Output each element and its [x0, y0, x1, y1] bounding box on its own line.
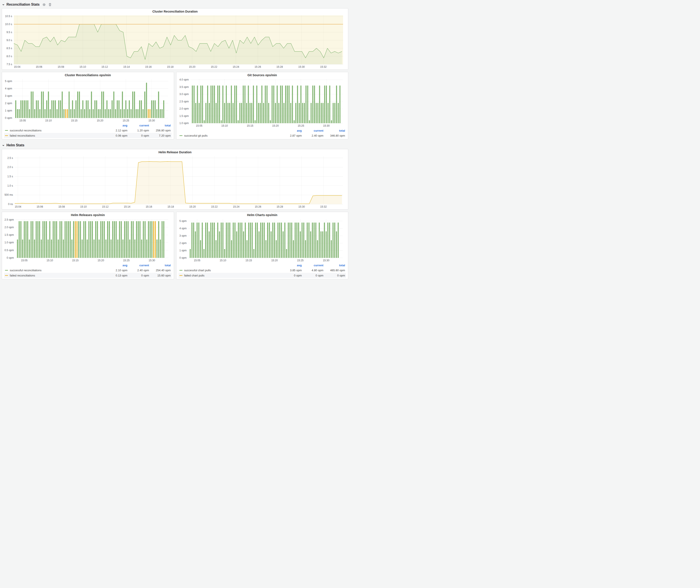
svg-text:1.0 opm: 1.0 opm	[179, 122, 189, 125]
trash-icon[interactable]	[48, 3, 52, 6]
svg-text:3.5 opm: 3.5 opm	[179, 86, 189, 89]
legend-sort-header[interactable]: current	[302, 264, 323, 267]
helm-releases-chart[interactable]: 15:0515:1015:1515:2015:2515:300 opm0.5 o…	[4, 217, 171, 263]
svg-text:15:05: 15:05	[19, 119, 26, 122]
legend-sort-header[interactable]: current	[127, 124, 149, 127]
gear-icon[interactable]	[42, 3, 46, 6]
svg-text:3 opm: 3 opm	[179, 234, 186, 237]
git-sources-chart[interactable]: 15:0515:1015:1515:2015:2515:301.0 opm1.5…	[179, 77, 346, 128]
cluster-reconciliation-duration-chart[interactable]: 15:0415:0615:0815:1015:1215:1415:1615:18…	[4, 14, 346, 69]
svg-text:0 opm: 0 opm	[179, 256, 186, 259]
legend-value: 1.20 opm	[127, 129, 149, 132]
svg-text:4 opm: 4 opm	[5, 87, 12, 90]
legend-sort-header[interactable]: avg	[280, 129, 302, 132]
legend-value: 0 opm	[127, 134, 149, 137]
svg-text:15:25: 15:25	[298, 124, 304, 127]
legend-sort-header[interactable]: current	[127, 264, 149, 267]
helm-release-duration-chart[interactable]: 15:0415:0615:0815:1015:1215:1415:1615:18…	[4, 154, 346, 209]
panel-title[interactable]: Helm Releases ops/min	[2, 212, 174, 217]
svg-text:9.5 s: 9.5 s	[6, 31, 12, 34]
svg-text:15:32: 15:32	[320, 205, 327, 208]
panel-title[interactable]: Cluster Reconciliations ops/min	[2, 72, 174, 77]
svg-text:15:30: 15:30	[323, 124, 330, 127]
svg-text:15:12: 15:12	[102, 205, 108, 208]
svg-text:15:30: 15:30	[149, 259, 155, 262]
legend-series-label[interactable]: successful git pulls	[184, 134, 208, 137]
svg-text:15:06: 15:06	[37, 205, 43, 208]
svg-text:15:20: 15:20	[189, 205, 196, 208]
svg-text:15:04: 15:04	[15, 205, 21, 208]
svg-text:0 opm: 0 opm	[5, 116, 12, 120]
svg-text:7.5 s: 7.5 s	[6, 63, 12, 66]
legend-row: failed chart pulls0 opm0 opm0 opm	[179, 273, 346, 278]
legend-value: 254.40 opm	[149, 269, 171, 272]
panel-title[interactable]: Git Sources ops/min	[176, 72, 348, 77]
section-title[interactable]: Helm Stats	[6, 143, 24, 147]
cluster-reconciliations-chart[interactable]: 15:0515:1015:1515:2015:2515:300 opm1 opm…	[4, 77, 171, 123]
svg-text:8.0 s: 8.0 s	[6, 55, 12, 58]
svg-text:15:30: 15:30	[148, 119, 155, 122]
svg-text:1 opm: 1 opm	[5, 109, 12, 112]
svg-text:5 opm: 5 opm	[5, 80, 12, 83]
chevron-down-icon[interactable]	[2, 144, 5, 147]
legend-series-label[interactable]: successful reconciliations	[10, 129, 42, 132]
svg-text:15:30: 15:30	[298, 205, 305, 208]
svg-text:1.5 opm: 1.5 opm	[179, 115, 189, 118]
svg-text:15:05: 15:05	[21, 259, 27, 262]
svg-text:15:10: 15:10	[221, 124, 228, 127]
legend-sort-header[interactable]: avg	[106, 264, 127, 267]
svg-text:3 opm: 3 opm	[5, 94, 12, 97]
svg-text:8.5 s: 8.5 s	[6, 47, 12, 50]
svg-text:0 ns: 0 ns	[8, 203, 13, 206]
legend-series-label[interactable]: successful chart pulls	[184, 269, 211, 272]
svg-text:9.0 s: 9.0 s	[6, 39, 12, 42]
panel-title[interactable]: Helm Release Duration	[2, 149, 348, 154]
section-header-helm-stats: Helm Stats	[2, 142, 348, 149]
svg-text:15:10: 15:10	[45, 119, 52, 122]
legend-sort-header[interactable]: total	[323, 264, 345, 267]
svg-text:2.5 s: 2.5 s	[7, 157, 13, 160]
svg-text:15:08: 15:08	[58, 205, 65, 208]
panel-title[interactable]: Cluster Reconciliation Duration	[2, 8, 348, 14]
legend-row: successful git pulls2.87 opm2.40 opm346.…	[179, 133, 346, 138]
svg-text:15:25: 15:25	[123, 259, 130, 262]
legend-sort-header[interactable]: avg	[280, 264, 302, 267]
panel-cluster-reconciliation-duration: Cluster Reconciliation Duration 15:0415:…	[2, 8, 348, 70]
legend-row: successful reconciliations2.10 opm2.40 o…	[4, 268, 172, 273]
legend-series-label[interactable]: successful reconciliations	[10, 269, 42, 272]
svg-text:15:20: 15:20	[271, 259, 278, 262]
legend-value: 2.87 opm	[280, 134, 302, 137]
helm-charts-chart[interactable]: 15:0515:1015:1515:2015:2515:300 opm1 opm…	[179, 217, 346, 263]
legend-value: 0 opm	[323, 274, 345, 277]
panel-helm-release-duration: Helm Release Duration 15:0415:0615:0815:…	[2, 149, 348, 210]
panel-cluster-reconciliations-opm: Cluster Reconciliations ops/min 15:0515:…	[2, 72, 174, 139]
legend-series-label[interactable]: failed reconciliations	[10, 134, 35, 137]
svg-text:15:14: 15:14	[123, 65, 130, 68]
panel-title[interactable]: Helm Charts ops/min	[176, 212, 348, 217]
legend-value: 2.12 opm	[106, 129, 127, 132]
legend-series-swatch	[5, 130, 8, 131]
legend-sort-header[interactable]: current	[302, 129, 323, 132]
svg-text:15:20: 15:20	[98, 259, 104, 262]
legend-row: successful chart pulls3.85 opm4.80 opm46…	[179, 268, 346, 273]
svg-text:15:12: 15:12	[101, 65, 108, 68]
svg-text:15:05: 15:05	[196, 124, 202, 127]
legend-series-label[interactable]: failed reconciliations	[10, 274, 35, 277]
legend-sort-header[interactable]: total	[149, 264, 171, 267]
legend: avgcurrenttotalsuccessful reconciliation…	[2, 123, 174, 139]
legend-series-label[interactable]: failed chart pulls	[184, 274, 205, 277]
legend-series-swatch	[179, 270, 182, 271]
svg-text:15:20: 15:20	[189, 65, 195, 68]
legend-value: 256.80 opm	[149, 129, 171, 132]
legend-series-swatch	[179, 135, 182, 136]
panel-helm-charts-opm: Helm Charts ops/min 15:0515:1015:1515:20…	[176, 212, 348, 279]
legend-value: 2.40 opm	[127, 269, 149, 272]
section-title[interactable]: Reconciliation Stats	[6, 3, 40, 6]
svg-text:5 opm: 5 opm	[179, 220, 186, 223]
legend-sort-header[interactable]: total	[323, 129, 345, 132]
chevron-down-icon[interactable]	[2, 3, 5, 6]
svg-text:2 opm: 2 opm	[179, 242, 186, 245]
legend-sort-header[interactable]: avg	[106, 124, 127, 127]
svg-text:15:10: 15:10	[79, 65, 86, 68]
legend-sort-header[interactable]: total	[149, 124, 171, 127]
